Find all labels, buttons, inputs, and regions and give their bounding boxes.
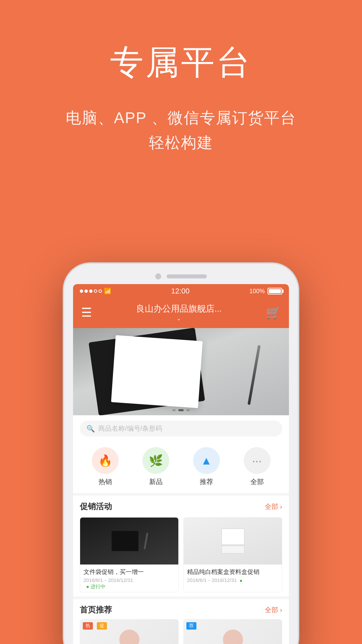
mini-pen	[144, 533, 148, 549]
phone-speaker	[167, 274, 207, 278]
promo-card-1-status-text: ● 进行中	[86, 584, 106, 590]
hero-section: 专属平台 电脑、APP 、微信专属订货平台 轻松构建	[0, 0, 362, 175]
promo-section-title: 促销活动	[80, 501, 112, 512]
promo-more-label: 全部	[265, 503, 278, 510]
signal-dot-1	[80, 289, 83, 293]
product-card-2[interactable]: 荐 +	[183, 619, 282, 644]
phone-top	[73, 273, 289, 279]
banner-dot-1	[172, 409, 176, 411]
category-row: 🔥 热销 🌿 新品 ▲ 推荐 ··· 全部	[73, 442, 289, 493]
recommend-more-label: 全部	[265, 606, 278, 613]
promo-card-1-status: ● 进行中	[83, 584, 175, 590]
category-icon-rec: ▲	[193, 447, 220, 474]
wifi-icon: 📶	[104, 287, 111, 295]
search-icon: 🔍	[86, 425, 95, 433]
signal-dot-5	[99, 289, 102, 293]
status-time: 12:00	[171, 287, 189, 296]
mini-box	[221, 528, 245, 545]
category-item-hot[interactable]: 🔥 热销	[92, 447, 119, 486]
promo-card-2-image	[184, 518, 282, 565]
recommend-section-header: 首页推荐 全部 ›	[80, 604, 282, 615]
category-item-all[interactable]: ··· 全部	[244, 447, 270, 486]
badge-hot: 热	[83, 622, 93, 630]
signal-dot-2	[84, 289, 88, 293]
promo-more-chevron-icon: ›	[280, 503, 282, 510]
status-left: 📶	[80, 287, 111, 295]
product-card-1[interactable]: 热 促 +	[80, 619, 179, 644]
banner-dot-2	[178, 409, 184, 411]
promo-card-1-date-row: 2016/6/1－2016/12/31	[83, 577, 175, 584]
promo-card-2-status-text: ●	[239, 578, 242, 583]
phone-frame: 📶 12:00 100% ☰ 良山办公用品旗舰店... ⌄	[64, 263, 298, 644]
banner-dot-3	[186, 409, 190, 411]
promo-card-1-img-dark	[80, 518, 178, 565]
promo-card-1-name: 文件袋促销，买一增一	[83, 568, 175, 576]
badge-rec: 荐	[186, 622, 196, 630]
nav-chevron-icon: ⌄	[176, 315, 181, 322]
promo-grid: 文件袋促销，买一增一 2016/6/1－2016/12/31 ● 进行中	[80, 517, 282, 592]
promo-card-2-date: 2016/6/1－2016/12/31	[187, 577, 237, 584]
signal-dot-3	[89, 289, 93, 293]
category-item-new[interactable]: 🌿 新品	[142, 447, 169, 486]
promo-card-2-date-row: 2016/6/1－2016/12/31 ●	[187, 577, 279, 584]
hero-subtitle-line2: 轻松构建	[149, 134, 213, 151]
recommend-section: 首页推荐 全部 › 热 促 +	[73, 596, 289, 644]
hero-subtitle: 电脑、APP 、微信专属订货平台 轻松构建	[0, 106, 362, 155]
mini-flap	[221, 545, 245, 554]
category-label-new: 新品	[149, 477, 163, 486]
nav-bar: ☰ 良山办公用品旗舰店... ⌄ 🛒	[73, 298, 289, 328]
recommend-more-chevron-icon: ›	[280, 606, 282, 613]
battery-tip	[282, 289, 284, 293]
signal-dot-4	[94, 289, 97, 293]
paper-shape	[111, 335, 202, 408]
signal-dots	[80, 289, 102, 293]
category-item-rec[interactable]: ▲ 推荐	[193, 447, 220, 486]
cart-icon[interactable]: 🛒	[266, 306, 281, 320]
product-icon-1	[119, 630, 139, 644]
badge-promo: 促	[97, 622, 107, 630]
category-icon-new: 🌿	[142, 447, 169, 474]
category-label-all: 全部	[250, 477, 264, 486]
status-bar: 📶 12:00 100%	[73, 284, 289, 298]
promo-card-2-img-light	[184, 518, 282, 565]
recommend-section-title: 首页推荐	[80, 604, 112, 615]
search-placeholder: 商品名称/编号/条形码	[98, 424, 162, 433]
promo-card-2-info: 精品纯白档案盒资料盒促销 2016/6/1－2016/12/31 ●	[184, 565, 282, 586]
phone-screen: 📶 12:00 100% ☰ 良山办公用品旗舰店... ⌄	[73, 284, 289, 644]
promo-card-1[interactable]: 文件袋促销，买一增一 2016/6/1－2016/12/31 ● 进行中	[80, 517, 179, 592]
product-icon-2	[223, 630, 243, 644]
status-right: 100%	[249, 288, 282, 295]
promo-card-1-date: 2016/6/1－2016/12/31	[83, 577, 133, 584]
banner-image	[73, 328, 289, 415]
recommend-more-button[interactable]: 全部 ›	[265, 605, 282, 614]
product-row: 热 促 + 荐 +	[80, 619, 282, 644]
battery-percent: 100%	[249, 288, 265, 295]
category-label-rec: 推荐	[200, 477, 213, 486]
category-icon-hot: 🔥	[92, 447, 119, 474]
pen-shape	[247, 345, 260, 405]
search-bar[interactable]: 🔍 商品名称/编号/条形码	[80, 421, 282, 436]
promo-card-1-info: 文件袋促销，买一增一 2016/6/1－2016/12/31 ● 进行中	[80, 565, 178, 592]
promo-card-2-name: 精品纯白档案盒资料盒促销	[187, 568, 279, 576]
hero-title: 专属平台	[0, 40, 362, 86]
mini-clipboard	[112, 531, 138, 551]
category-label-hot: 热销	[99, 477, 112, 486]
product-card-1-image: 热 促 +	[80, 620, 178, 644]
phone-mockup: 📶 12:00 100% ☰ 良山办公用品旗舰店... ⌄	[64, 263, 298, 644]
battery-bar	[267, 288, 282, 294]
promo-card-1-image	[80, 518, 178, 565]
banner-dots	[172, 409, 190, 411]
hero-subtitle-line1: 电脑、APP 、微信专属订货平台	[66, 109, 296, 126]
promo-more-button[interactable]: 全部 ›	[265, 502, 282, 511]
promo-section-header: 促销活动 全部 ›	[80, 501, 282, 512]
battery-fill	[269, 289, 281, 293]
nav-title: 良山办公用品旗舰店...	[136, 303, 222, 315]
promo-section: 促销活动 全部 ›	[73, 493, 289, 596]
menu-icon[interactable]: ☰	[81, 306, 92, 320]
promo-card-2[interactable]: 精品纯白档案盒资料盒促销 2016/6/1－2016/12/31 ●	[183, 517, 282, 592]
product-card-2-image: 荐 +	[184, 620, 282, 644]
banner[interactable]	[73, 328, 289, 415]
phone-camera	[155, 273, 161, 279]
category-icon-all: ···	[244, 447, 270, 474]
